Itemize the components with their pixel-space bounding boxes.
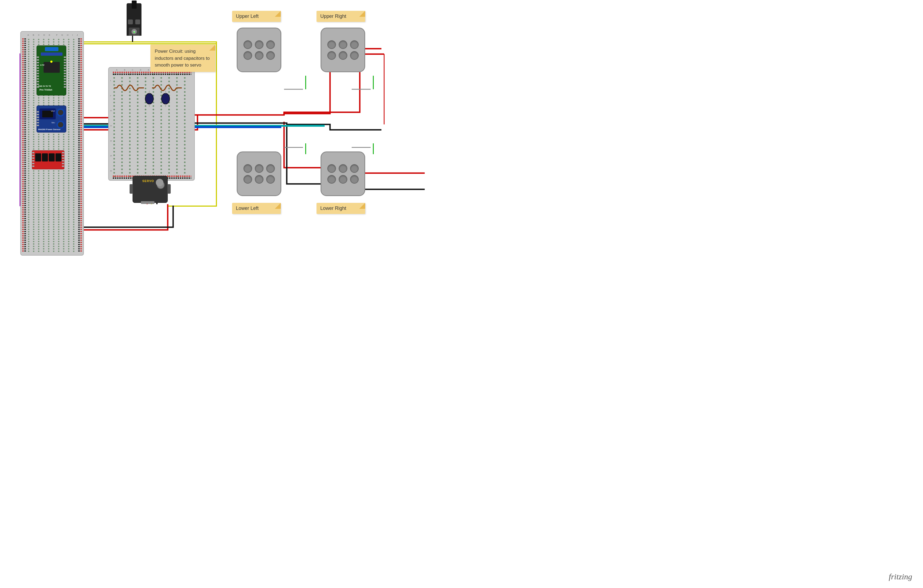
connector-pin-row-bottom — [327, 175, 359, 184]
connector-pin — [255, 40, 263, 49]
mux-chip-2 — [42, 153, 48, 161]
connector-pin — [350, 51, 359, 60]
mux-chip-1 — [35, 153, 41, 161]
connector-pin — [266, 40, 275, 49]
servo-connector-lower-left — [237, 151, 281, 196]
connector-pin-row-bottom — [243, 175, 275, 184]
connector-pin — [327, 175, 336, 184]
servo-connector-upper-right — [320, 28, 365, 72]
connector-pin — [339, 40, 347, 49]
sticky-note-upper-left-text: Upper Left — [236, 13, 259, 19]
power-sensor: INA260 Power Sensor Vin+ Vin- — [36, 105, 66, 133]
connector-pin-row-bottom — [243, 51, 275, 60]
sticky-note-lower-left-text: Lower Left — [236, 205, 259, 211]
connector-pin-row-top — [243, 40, 275, 49]
connector-pin — [266, 51, 275, 60]
connector-pin-row-top — [327, 164, 359, 173]
servo-connector-lower-right — [320, 151, 365, 196]
sticky-note-upper-right-text: Upper Right — [320, 13, 346, 19]
connector-pin — [339, 51, 347, 60]
connector-pin — [255, 175, 263, 184]
sticky-note-power-circuit-text: Power Circuit: using inductors and capac… — [155, 49, 210, 67]
sticky-note-power-circuit: Power Circuit: using inductors and capac… — [150, 44, 215, 72]
pro-trinket-label: Pro Trinket — [39, 89, 52, 91]
sticky-note-lower-right-text: Lower Right — [320, 205, 346, 211]
sticky-note-lower-left: Lower Left — [232, 203, 281, 214]
connector-pin — [255, 51, 263, 60]
mux-chips — [32, 151, 64, 164]
connector-pin — [350, 40, 359, 49]
mux-chip-3 — [49, 153, 55, 161]
connector-pin — [350, 175, 359, 184]
connector-pin-row-top — [243, 164, 275, 173]
power-connector-tip — [132, 0, 136, 9]
mux-board — [32, 150, 64, 169]
mux-chip-4 — [56, 153, 61, 161]
svg-point-33 — [161, 93, 170, 104]
fritzing-logo: fritzing — [889, 572, 912, 581]
connector-pin — [350, 164, 359, 173]
connector-pin — [243, 51, 252, 60]
trinket-chip — [44, 62, 60, 73]
breadboard-column-labels: ABCDE FGHIJ — [26, 34, 80, 36]
connector-pin — [243, 164, 252, 173]
pro-trinket: ★ 5V GND 3V 5V TE Pro Trinket — [36, 46, 66, 95]
connector-pin — [266, 175, 275, 184]
sticky-note-upper-left: Upper Left — [232, 11, 281, 22]
connector-pin — [266, 164, 275, 173]
connector-pin — [255, 164, 263, 173]
connector-pin — [243, 40, 252, 49]
connector-pin-row-top — [327, 40, 359, 49]
connector-pin — [327, 51, 336, 60]
connector-pin — [327, 40, 336, 49]
power-connector: ⊕ ⊕ — [126, 3, 141, 36]
servo: SERVO — [133, 176, 168, 203]
main-canvas: ABCDE FGHIJ — [0, 0, 923, 588]
servo-connector-upper-left — [237, 28, 281, 72]
fritzing-text: fritzing — [889, 572, 912, 581]
breadboard-power: ABCDEFGHIJ 151015202530 — [108, 67, 195, 181]
capacitors — [144, 90, 176, 107]
sticky-note-lower-right: Lower Right — [317, 203, 365, 214]
connector-pin — [339, 164, 347, 173]
connector-pin — [243, 175, 252, 184]
connector-pin-row-bottom — [327, 51, 359, 60]
connector-pin — [327, 164, 336, 173]
sticky-note-upper-right: Upper Right — [317, 11, 365, 22]
power-sensor-label: INA260 Power Sensor — [38, 128, 61, 131]
svg-point-30 — [145, 93, 153, 104]
connector-pin — [339, 175, 347, 184]
servo-label: SERVO — [142, 179, 154, 182]
